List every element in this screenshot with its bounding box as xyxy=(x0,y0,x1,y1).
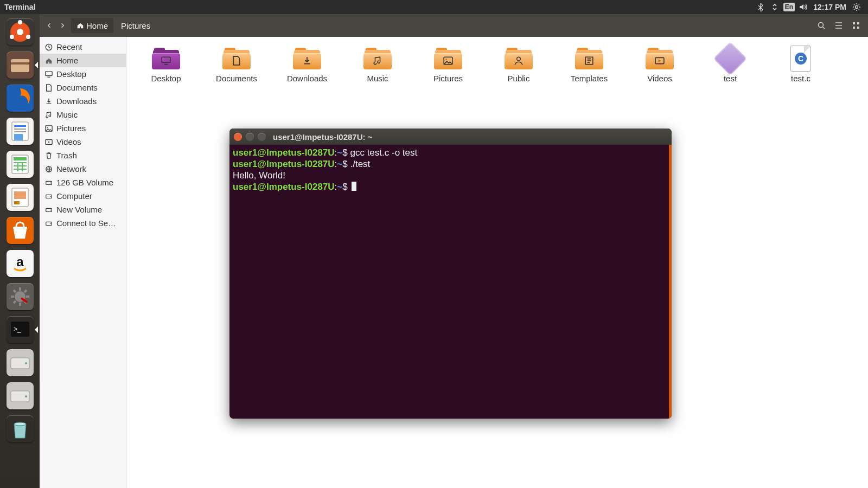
list-view-button[interactable] xyxy=(831,18,846,33)
file-label: Pictures xyxy=(433,74,463,83)
sidebar-item-126-gb-volume[interactable]: 126 GB Volume xyxy=(40,176,126,189)
file-item-documents[interactable]: Documents xyxy=(202,47,271,83)
file-label: Documents xyxy=(216,74,257,83)
bluetooth-icon[interactable] xyxy=(755,1,767,13)
window-maximize-button[interactable] xyxy=(258,133,266,141)
file-label: test.c xyxy=(791,74,810,83)
window-close-button[interactable] xyxy=(234,133,242,141)
file-item-desktop[interactable]: Desktop xyxy=(132,47,200,83)
terminal-line: user1@Impetus-I0287U:~$ gcc test.c -o te… xyxy=(233,147,668,158)
launcher-drive2[interactable] xyxy=(4,380,35,411)
file-item-test[interactable]: test xyxy=(696,47,764,83)
pic-icon xyxy=(45,125,53,132)
sidebar-item-music[interactable]: Music xyxy=(40,108,126,121)
file-icon xyxy=(574,47,604,70)
file-label: Templates xyxy=(571,74,608,83)
clock[interactable]: 12:17 PM xyxy=(813,3,846,11)
window-minimize-button[interactable] xyxy=(246,133,254,141)
terminal-titlebar[interactable]: user1@Impetus-I0287U: ~ xyxy=(229,129,672,145)
network-icon[interactable] xyxy=(769,1,781,13)
unity-launcher: a>_ xyxy=(0,14,40,488)
sidebar-item-network[interactable]: Network xyxy=(40,162,126,176)
active-app-name: Terminal xyxy=(4,3,35,11)
file-label: Public xyxy=(508,74,530,83)
terminal-line: user1@Impetus-I0287U:~$ xyxy=(233,181,668,192)
doc-icon xyxy=(45,84,53,92)
launcher-firefox[interactable] xyxy=(4,82,35,113)
file-label: test xyxy=(724,74,737,83)
svg-text:>_: >_ xyxy=(14,325,21,333)
grid-view-button[interactable] xyxy=(848,18,864,33)
launcher-writer[interactable] xyxy=(4,115,35,146)
top-panel: Terminal En 12:17 PM xyxy=(0,0,868,14)
launcher-calc[interactable] xyxy=(4,149,35,179)
file-item-templates[interactable]: Templates xyxy=(555,47,623,83)
sidebar-item-recent[interactable]: Recent xyxy=(40,40,126,54)
file-label: Desktop xyxy=(151,74,181,83)
terminal-body[interactable]: user1@Impetus-I0287U:~$ gcc test.c -o te… xyxy=(229,145,672,419)
music-icon xyxy=(45,111,53,119)
video-icon xyxy=(45,138,53,146)
sidebar-item-connect-to-se-[interactable]: Connect to Se… xyxy=(40,216,126,230)
file-icon xyxy=(292,47,322,70)
file-item-downloads[interactable]: Downloads xyxy=(273,47,341,83)
sidebar-item-desktop[interactable]: Desktop xyxy=(40,67,126,81)
launcher-amazon[interactable]: a xyxy=(4,248,35,279)
home-icon xyxy=(76,22,84,29)
net-icon xyxy=(45,165,53,173)
sidebar-item-documents[interactable]: Documents xyxy=(40,81,126,94)
svg-rect-28 xyxy=(14,134,23,140)
svg-rect-30 xyxy=(14,157,27,160)
file-item-test-c[interactable]: Ctest.c xyxy=(767,47,835,83)
path-segment-home[interactable]: Home xyxy=(71,18,113,33)
file-item-pictures[interactable]: Pictures xyxy=(414,47,482,83)
launcher-drive1[interactable] xyxy=(4,347,35,378)
files-toolbar: HomePictures xyxy=(40,14,868,37)
launcher-software[interactable] xyxy=(4,215,35,246)
disk-icon xyxy=(45,192,53,200)
file-icon xyxy=(644,47,675,70)
terminal-window[interactable]: user1@Impetus-I0287U: ~ user1@Impetus-I0… xyxy=(229,129,672,419)
terminal-line: user1@Impetus-I0287U:~$ ./test xyxy=(233,158,668,170)
down-icon xyxy=(45,98,53,105)
launcher-settings[interactable] xyxy=(4,281,35,312)
sidebar-item-downloads[interactable]: Downloads xyxy=(40,94,126,108)
file-item-music[interactable]: Music xyxy=(343,47,412,83)
sidebar-item-computer[interactable]: Computer xyxy=(40,189,126,203)
system-gear-icon[interactable] xyxy=(851,1,863,13)
path-segment-pictures[interactable]: Pictures xyxy=(116,18,156,33)
file-item-videos[interactable]: Videos xyxy=(626,47,694,83)
sidebar-item-trash[interactable]: Trash xyxy=(40,149,126,162)
search-button[interactable] xyxy=(814,18,829,33)
file-label: Downloads xyxy=(287,74,327,83)
nav-back-button[interactable] xyxy=(43,18,56,33)
sidebar-item-home[interactable]: Home xyxy=(40,54,126,67)
svg-rect-26 xyxy=(14,129,26,130)
launcher-files[interactable] xyxy=(4,49,35,80)
launcher-terminal[interactable]: >_ xyxy=(4,314,35,345)
svg-point-17 xyxy=(17,29,23,35)
file-icon xyxy=(151,47,181,70)
file-icon xyxy=(503,47,534,70)
launcher-dash[interactable] xyxy=(4,16,35,47)
file-icon xyxy=(362,47,393,70)
files-sidebar: RecentHomeDesktopDocumentsDownloadsMusic… xyxy=(40,37,126,488)
sidebar-item-videos[interactable]: Videos xyxy=(40,135,126,149)
launcher-trash[interactable] xyxy=(4,413,35,444)
file-icon xyxy=(433,47,463,70)
keyboard-lang-indicator[interactable]: En xyxy=(783,1,795,13)
svg-point-40 xyxy=(25,362,27,364)
file-label: Videos xyxy=(647,74,672,83)
file-item-public[interactable]: Public xyxy=(484,47,553,83)
volume-icon[interactable] xyxy=(797,1,809,13)
nav-forward-button[interactable] xyxy=(56,18,69,33)
launcher-impress[interactable] xyxy=(4,182,35,213)
svg-rect-21 xyxy=(11,59,29,72)
svg-point-18 xyxy=(18,20,22,24)
disk-icon xyxy=(45,179,53,187)
svg-rect-27 xyxy=(14,131,26,132)
sidebar-item-pictures[interactable]: Pictures xyxy=(40,121,126,135)
sidebar-item-new-volume[interactable]: New Volume xyxy=(40,203,126,216)
trash-icon xyxy=(45,152,53,159)
desktop-icon xyxy=(45,70,53,78)
